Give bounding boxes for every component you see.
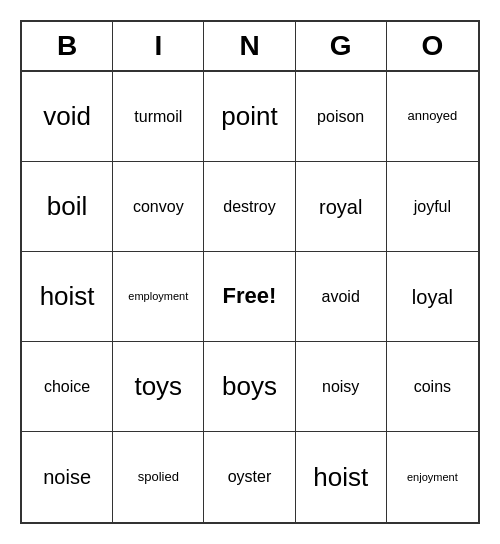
bingo-cell: oyster <box>204 432 295 522</box>
bingo-cell: avoid <box>296 252 387 342</box>
bingo-cell: poison <box>296 72 387 162</box>
header-letter: G <box>296 22 387 70</box>
cell-text: toys <box>134 372 182 401</box>
cell-text: point <box>221 102 277 131</box>
cell-text: royal <box>319 196 362 218</box>
bingo-cell: turmoil <box>113 72 204 162</box>
header-letter: O <box>387 22 478 70</box>
bingo-cell: boil <box>22 162 113 252</box>
bingo-cell: destroy <box>204 162 295 252</box>
cell-text: convoy <box>133 198 184 216</box>
cell-text: hoist <box>40 282 95 311</box>
cell-text: oyster <box>228 468 272 486</box>
cell-text: choice <box>44 378 90 396</box>
bingo-header: BINGO <box>22 22 478 72</box>
bingo-cell: employment <box>113 252 204 342</box>
bingo-cell: Free! <box>204 252 295 342</box>
bingo-cell: joyful <box>387 162 478 252</box>
bingo-cell: hoist <box>22 252 113 342</box>
header-letter: I <box>113 22 204 70</box>
bingo-cell: noise <box>22 432 113 522</box>
cell-text: joyful <box>414 198 451 216</box>
bingo-cell: convoy <box>113 162 204 252</box>
bingo-grid: voidturmoilpointpoisonannoyedboilconvoyd… <box>22 72 478 522</box>
cell-text: noisy <box>322 378 359 396</box>
cell-text: turmoil <box>134 108 182 126</box>
bingo-cell: choice <box>22 342 113 432</box>
cell-text: spolied <box>138 470 179 484</box>
cell-text: boys <box>222 372 277 401</box>
header-letter: N <box>204 22 295 70</box>
bingo-cell: spolied <box>113 432 204 522</box>
cell-text: employment <box>128 290 188 302</box>
cell-text: coins <box>414 378 451 396</box>
cell-text: void <box>43 102 91 131</box>
cell-text: annoyed <box>407 109 457 123</box>
bingo-cell: enjoyment <box>387 432 478 522</box>
cell-text: noise <box>43 466 91 488</box>
cell-text: boil <box>47 192 87 221</box>
cell-text: enjoyment <box>407 471 458 483</box>
bingo-cell: royal <box>296 162 387 252</box>
cell-text: loyal <box>412 286 453 308</box>
bingo-cell: noisy <box>296 342 387 432</box>
cell-text: hoist <box>313 463 368 492</box>
bingo-cell: point <box>204 72 295 162</box>
cell-text: Free! <box>223 284 277 308</box>
bingo-cell: loyal <box>387 252 478 342</box>
bingo-cell: boys <box>204 342 295 432</box>
cell-text: poison <box>317 108 364 126</box>
bingo-cell: toys <box>113 342 204 432</box>
bingo-cell: hoist <box>296 432 387 522</box>
cell-text: avoid <box>322 288 360 306</box>
header-letter: B <box>22 22 113 70</box>
bingo-cell: void <box>22 72 113 162</box>
bingo-cell: coins <box>387 342 478 432</box>
cell-text: destroy <box>223 198 275 216</box>
bingo-cell: annoyed <box>387 72 478 162</box>
bingo-card: BINGO voidturmoilpointpoisonannoyedboilc… <box>20 20 480 524</box>
